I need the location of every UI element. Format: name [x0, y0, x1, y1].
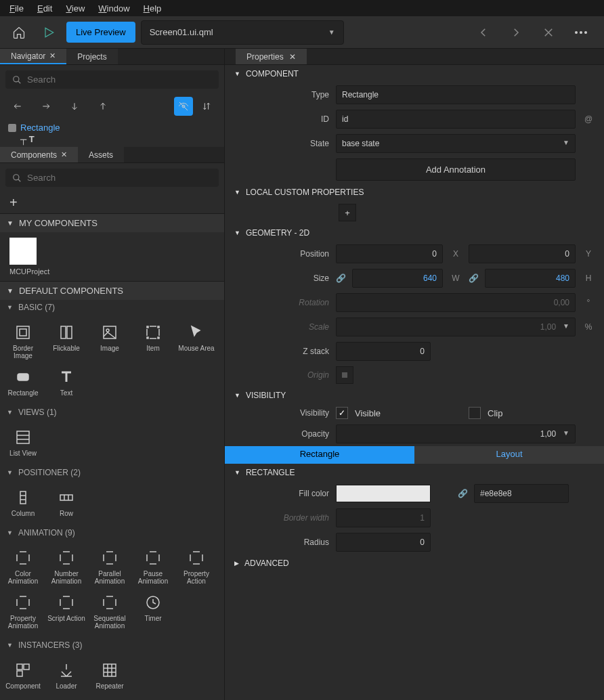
section-views[interactable]: ▼VIEWS (1): [0, 405, 224, 420]
component-property-animation[interactable]: Property Animation: [3, 590, 43, 632]
add-component-button[interactable]: +: [0, 192, 224, 213]
menu-edit[interactable]: Edit: [30, 2, 59, 15]
section-animation[interactable]: ▼ANIMATION (9): [0, 525, 224, 540]
component-icon: [57, 488, 76, 507]
tree-item-rectangle[interactable]: Rectangle: [8, 121, 216, 134]
component-flickable[interactable]: Flickable: [46, 320, 87, 362]
section-geometry[interactable]: ▼GEOMETRY - 2D: [225, 224, 604, 242]
navigator-search-input[interactable]: [27, 74, 212, 85]
border-width-field[interactable]: 1: [336, 508, 431, 527]
tree-item-text1[interactable]: ┬ T text1: [8, 134, 216, 144]
component-color-animation[interactable]: Color Animation: [3, 546, 43, 588]
close-button[interactable]: [536, 20, 561, 45]
component-component[interactable]: Component: [3, 658, 43, 693]
menu-file[interactable]: File: [3, 2, 30, 15]
live-preview-button[interactable]: Live Preview: [66, 22, 135, 43]
tab-projects[interactable]: Projects: [66, 49, 117, 64]
component-parallel-animation[interactable]: Parallel Animation: [89, 546, 130, 588]
section-instancers[interactable]: ▼INSTANCERS (3): [0, 638, 224, 653]
scale-field[interactable]: 1,00▼: [336, 318, 576, 336]
component-image[interactable]: Image: [89, 320, 130, 362]
visibility-filter-button[interactable]: [174, 97, 193, 116]
width-field[interactable]: 640: [352, 269, 443, 288]
component-rectangle[interactable]: Rectangle: [3, 365, 43, 399]
tab-navigator[interactable]: Navigator✕: [0, 49, 66, 64]
component-icon: [100, 323, 119, 342]
components-search[interactable]: [5, 169, 219, 187]
close-icon[interactable]: ✕: [289, 52, 296, 62]
components-search-input[interactable]: [27, 173, 212, 183]
section-rectangle[interactable]: ▼RECTANGLE: [225, 464, 604, 481]
menu-help[interactable]: Help: [137, 2, 169, 15]
at-symbol[interactable]: @: [582, 114, 595, 124]
svg-rect-11: [20, 491, 26, 504]
more-button[interactable]: [569, 20, 593, 45]
mcu-project-thumbnail[interactable]: [9, 238, 37, 265]
pos-y-field[interactable]: 0: [469, 244, 576, 263]
home-button[interactable]: [7, 20, 31, 45]
visible-checkbox[interactable]: [336, 407, 348, 419]
section-visibility[interactable]: ▼VISIBILITY: [225, 387, 604, 404]
nav-forward-button[interactable]: [504, 20, 528, 45]
section-my-components[interactable]: ▼MY COMPONENTS: [0, 213, 224, 232]
radius-field[interactable]: 0: [336, 533, 431, 552]
tab-components[interactable]: Components✕: [0, 147, 78, 162]
fill-hex-field[interactable]: #e8e8e8: [474, 484, 569, 503]
section-local-custom[interactable]: ▼LOCAL CUSTOM PROPERTIES: [225, 183, 604, 201]
section-advanced[interactable]: ▶ADVANCED: [225, 554, 604, 572]
tab-properties[interactable]: Properties✕: [236, 49, 307, 64]
origin-picker[interactable]: [336, 366, 353, 384]
component-property-action[interactable]: Property Action: [176, 546, 217, 588]
nav-arrow-up[interactable]: [93, 97, 112, 116]
run-button[interactable]: [37, 20, 61, 45]
add-custom-property-button[interactable]: +: [339, 204, 356, 221]
component-pause-animation[interactable]: Pause Animation: [133, 546, 173, 588]
section-basic[interactable]: ▼BASIC (7): [0, 300, 224, 315]
rotation-field[interactable]: 0,00: [336, 293, 576, 312]
type-field[interactable]: Rectangle: [336, 85, 576, 104]
clip-checkbox[interactable]: [469, 407, 481, 419]
menu-view[interactable]: View: [59, 2, 91, 15]
component-item[interactable]: Item: [133, 320, 173, 362]
component-number-animation[interactable]: Number Animation: [46, 546, 87, 588]
component-border-image[interactable]: Border Image: [3, 320, 43, 362]
tab-assets[interactable]: Assets: [78, 147, 124, 162]
section-default-components[interactable]: ▼DEFAULT COMPONENTS: [0, 281, 224, 300]
component-mouse-area[interactable]: Mouse Area: [176, 320, 217, 362]
pos-x-field[interactable]: 0: [336, 244, 443, 263]
close-icon[interactable]: ✕: [49, 51, 56, 60]
nav-arrow-left[interactable]: [8, 97, 27, 116]
section-positioner[interactable]: ▼POSITIONER (2): [0, 465, 224, 480]
height-field[interactable]: 480: [485, 269, 576, 288]
section-component[interactable]: ▼COMPONENT: [225, 65, 604, 83]
nav-arrow-right[interactable]: [37, 97, 56, 116]
component-text[interactable]: Text: [46, 365, 87, 399]
menu-window[interactable]: Window: [91, 2, 136, 15]
component-loader[interactable]: Loader: [46, 658, 87, 693]
fill-color-swatch[interactable]: [336, 485, 431, 502]
navigator-search[interactable]: [5, 70, 219, 89]
nav-arrow-down[interactable]: [65, 97, 84, 116]
add-annotation-button[interactable]: Add Annotation: [336, 158, 576, 181]
component-repeater[interactable]: Repeater: [89, 658, 130, 693]
component-list-view[interactable]: List View: [3, 425, 43, 460]
subtab-layout[interactable]: Layout: [414, 446, 604, 464]
file-selector[interactable]: Screen01.ui.qml ▼: [141, 20, 344, 45]
component-timer[interactable]: Timer: [133, 590, 173, 632]
id-label: ID: [234, 114, 329, 124]
close-icon[interactable]: ✕: [61, 150, 67, 159]
link-icon[interactable]: 🔗: [336, 274, 345, 283]
component-script-action[interactable]: Script Action: [46, 590, 87, 632]
component-sequential-animation[interactable]: Sequential Animation: [89, 590, 130, 632]
state-dropdown[interactable]: base state▼: [336, 134, 576, 153]
component-column[interactable]: Column: [3, 485, 43, 520]
id-field[interactable]: id: [336, 110, 576, 129]
link-icon[interactable]: 🔗: [458, 489, 467, 498]
subtab-rectangle[interactable]: Rectangle: [225, 446, 414, 464]
opacity-field[interactable]: 1,00▼: [336, 424, 576, 443]
zstack-field[interactable]: 0: [336, 342, 431, 361]
sort-button[interactable]: [197, 97, 216, 116]
nav-back-button[interactable]: [471, 20, 496, 45]
link-icon[interactable]: 🔗: [469, 274, 478, 283]
component-row[interactable]: Row: [46, 485, 87, 520]
